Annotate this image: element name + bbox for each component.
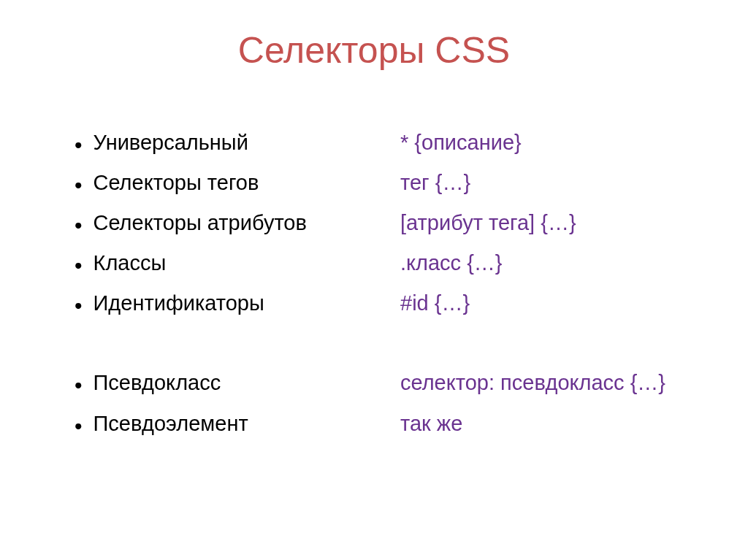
list-item-text: Псевдоэлемент [94,404,248,444]
list-item-text: Селекторы тегов [94,163,259,203]
bullet-icon: • [75,415,83,437]
bullet-icon: • [75,174,83,196]
bullet-icon: • [75,215,83,237]
list-item: • Универсальный [75,123,378,163]
bullet-icon: • [75,295,83,317]
syntax-example: [атрибут тега] {…} [400,203,704,243]
list-item: • Псевдоэлемент [75,404,378,444]
selector-syntax-list: * {описание} тег {…} [атрибут тега] {…} … [393,123,704,444]
syntax-example: * {описание} [400,123,704,163]
list-item-text: Классы [94,243,167,283]
list-item: • Селекторы тегов [75,163,378,203]
content-area: • Универсальный • Селекторы тегов • Селе… [44,123,704,444]
list-item-text: Селекторы атрибутов [94,203,307,243]
list-item: • Селекторы атрибутов [75,203,378,243]
list-item: • Классы [75,243,378,283]
selector-types-list: • Универсальный • Селекторы тегов • Селе… [44,123,378,444]
syntax-example: тег {…} [400,163,704,203]
list-item-text: Универсальный [94,123,248,163]
slide-title: Селекторы CSS [44,29,704,72]
list-item-text: Идентификаторы [94,283,264,323]
list-item-text: Псевдокласс [94,363,221,403]
list-item: • Псевдокласс [75,363,378,403]
group-spacer [75,323,378,363]
bullet-icon: • [75,375,83,396]
syntax-example: селектор: псевдокласс {…} [400,363,704,403]
bullet-icon: • [75,134,83,156]
list-item: • Идентификаторы [75,283,378,323]
syntax-example: #id {…} [400,283,704,323]
syntax-example: .класс {…} [400,243,704,283]
bullet-icon: • [75,255,83,277]
group-spacer [400,323,704,363]
syntax-example: так же [400,404,704,444]
